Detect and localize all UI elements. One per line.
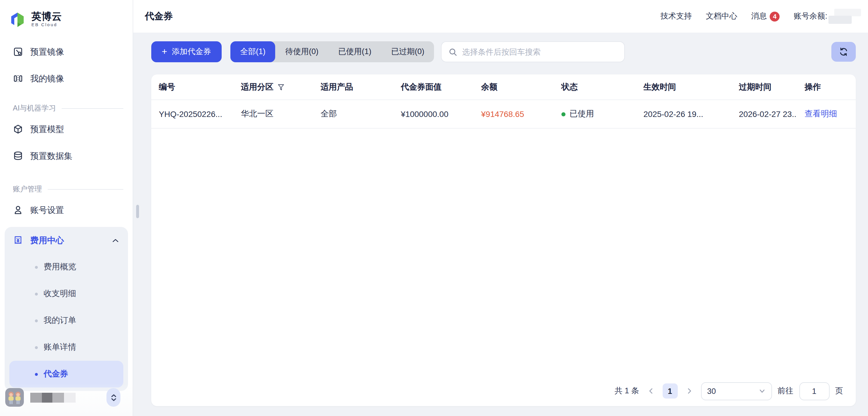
database-icon bbox=[13, 151, 23, 161]
sidebar-item-account-settings[interactable]: 账号设置 bbox=[0, 197, 133, 224]
cell-end-time: 2026-02-27 23... bbox=[731, 109, 797, 119]
tab-unused[interactable]: 待使用(0) bbox=[276, 41, 329, 62]
add-voucher-button[interactable]: + 添加代金券 bbox=[151, 41, 222, 62]
brand-logo-icon bbox=[9, 11, 26, 28]
topbar: 代金券 技术支持 文档中心 消息 4 账号余额: bbox=[133, 0, 868, 33]
sidebar-item-billing-center[interactable]: 费用中心 bbox=[5, 227, 128, 254]
col-start-time: 生效时间 bbox=[636, 82, 731, 92]
sidebar-item-label: 预置模型 bbox=[30, 124, 64, 135]
tab-expired[interactable]: 已过期(0) bbox=[381, 41, 434, 62]
bullet-icon bbox=[35, 266, 38, 268]
section-label: 账户管理 bbox=[13, 184, 42, 194]
balance-redacted bbox=[829, 8, 861, 24]
voucher-table-card: 编号 适用分区 适用产品 代金券面值 余额 状态 bbox=[151, 75, 856, 406]
bullet-icon bbox=[35, 319, 38, 322]
col-status: 状态 bbox=[554, 82, 636, 92]
goto-label: 前往 bbox=[778, 386, 793, 396]
sidebar-item-label: 我的订单 bbox=[43, 315, 76, 326]
brand-logo-row[interactable]: 英博云 EB Cloud bbox=[0, 0, 133, 31]
messages-link[interactable]: 消息 4 bbox=[751, 11, 780, 22]
user-area bbox=[0, 383, 133, 416]
username-redacted bbox=[30, 392, 106, 402]
search-box bbox=[441, 41, 625, 62]
prev-page-button[interactable] bbox=[645, 383, 656, 398]
account-switcher-button[interactable] bbox=[106, 388, 120, 407]
col-end-time: 过期时间 bbox=[731, 82, 797, 92]
my-image-icon bbox=[13, 73, 23, 84]
sidebar-nav: 预置镜像 我的镜像 AI与机器学习 预置模型 bbox=[0, 38, 133, 391]
col-face-value: 代金券面值 bbox=[393, 82, 473, 92]
bullet-icon bbox=[35, 346, 38, 349]
sidebar-item-label: 预置镜像 bbox=[30, 46, 64, 57]
sidebar-item-preset-datasets[interactable]: 预置数据集 bbox=[0, 143, 133, 169]
sidebar-section-ai: AI与机器学习 bbox=[13, 103, 123, 114]
next-page-button[interactable] bbox=[683, 383, 695, 398]
plus-icon: + bbox=[162, 47, 167, 56]
sidebar-item-bill-details[interactable]: 账单详情 bbox=[9, 334, 123, 361]
sidebar-item-label: 代金券 bbox=[43, 369, 68, 379]
cell-id: YHQ-20250226... bbox=[151, 109, 233, 119]
support-link[interactable]: 技术支持 bbox=[660, 11, 692, 22]
sidebar-item-preset-models[interactable]: 预置模型 bbox=[0, 116, 133, 143]
brand-name: 英博云 bbox=[31, 12, 62, 22]
user-icon bbox=[13, 205, 23, 215]
sidebar-section-account: 账户管理 bbox=[13, 184, 123, 194]
tab-used[interactable]: 已使用(1) bbox=[329, 41, 381, 62]
bullet-icon bbox=[35, 373, 38, 376]
sidebar-item-preset-images[interactable]: 预置镜像 bbox=[0, 38, 133, 65]
cell-balance: ¥914768.65 bbox=[473, 109, 554, 119]
sidebar-item-label: 预置数据集 bbox=[30, 150, 72, 161]
chevron-up-icon bbox=[111, 236, 120, 245]
chevron-right-icon bbox=[686, 387, 692, 394]
brand-subtitle: EB Cloud bbox=[31, 23, 62, 27]
cell-zone: 华北一区 bbox=[233, 109, 313, 119]
section-divider bbox=[48, 189, 123, 190]
sidebar-item-my-orders[interactable]: 我的订单 bbox=[9, 307, 123, 334]
search-icon bbox=[449, 48, 458, 56]
status-filter-tabs: 全部(1) 待使用(0) 已使用(1) 已过期(0) bbox=[230, 41, 434, 62]
refresh-button[interactable] bbox=[831, 42, 856, 62]
search-input[interactable] bbox=[462, 48, 618, 56]
total-count: 共 1 条 bbox=[615, 386, 639, 396]
filter-icon[interactable] bbox=[277, 83, 285, 91]
tab-all[interactable]: 全部(1) bbox=[230, 41, 276, 62]
sidebar-item-label: 账单详情 bbox=[43, 342, 76, 353]
scrollbar-thumb[interactable] bbox=[136, 205, 139, 218]
voucher-console-app: 英博云 EB Cloud 预置镜像 我的镜像 bbox=[0, 0, 868, 416]
sidebar-item-income-expense[interactable]: 收支明细 bbox=[9, 280, 123, 307]
messages-badge: 4 bbox=[770, 11, 780, 21]
content-area: + 添加代金券 全部(1) 待使用(0) 已使用(1) 已过期(0) bbox=[133, 33, 868, 416]
preset-image-icon bbox=[13, 47, 23, 57]
toolbar: + 添加代金券 全部(1) 待使用(0) 已使用(1) 已过期(0) bbox=[151, 41, 856, 62]
page-size-value: 30 bbox=[707, 387, 758, 395]
page-number-button[interactable]: 1 bbox=[662, 383, 678, 398]
status-text: 已使用 bbox=[569, 109, 594, 119]
cell-status: 已使用 bbox=[554, 109, 636, 119]
view-details-link[interactable]: 查看明细 bbox=[805, 109, 837, 118]
sidebar-item-label: 费用概览 bbox=[43, 262, 76, 272]
page-unit-label: 页 bbox=[835, 386, 843, 396]
account-balance: 账号余额: bbox=[794, 8, 861, 24]
col-balance: 余额 bbox=[473, 82, 554, 92]
add-voucher-label: 添加代金券 bbox=[172, 47, 211, 57]
table-row: YHQ-20250226... 华北一区 全部 ¥1000000.00 ¥914… bbox=[151, 100, 856, 128]
sidebar-item-my-images[interactable]: 我的镜像 bbox=[0, 65, 133, 92]
sidebar-item-label: 账号设置 bbox=[30, 205, 64, 215]
unfold-chevrons-icon bbox=[110, 392, 117, 402]
sidebar: 英博云 EB Cloud 预置镜像 我的镜像 bbox=[0, 0, 133, 416]
voucher-table: 编号 适用分区 适用产品 代金券面值 余额 状态 bbox=[151, 75, 856, 128]
main-column: 代金券 技术支持 文档中心 消息 4 账号余额: + 添加代金 bbox=[133, 0, 868, 416]
col-id: 编号 bbox=[151, 82, 233, 92]
page-size-select[interactable]: 30 bbox=[701, 382, 772, 400]
cell-start-time: 2025-02-26 19... bbox=[636, 109, 731, 119]
sidebar-item-label: 收支明细 bbox=[43, 289, 76, 299]
topbar-right: 技术支持 文档中心 消息 4 账号余额: bbox=[660, 8, 861, 24]
refresh-icon bbox=[838, 47, 849, 57]
col-zone: 适用分区 bbox=[233, 82, 313, 92]
docs-link[interactable]: 文档中心 bbox=[706, 11, 737, 22]
sidebar-item-cost-overview[interactable]: 费用概览 bbox=[9, 254, 123, 280]
pagination: 共 1 条 1 30 前往 页 bbox=[615, 382, 843, 400]
avatar[interactable] bbox=[5, 388, 24, 407]
goto-page-input[interactable] bbox=[799, 382, 829, 400]
cell-face-value: ¥1000000.00 bbox=[393, 109, 473, 119]
